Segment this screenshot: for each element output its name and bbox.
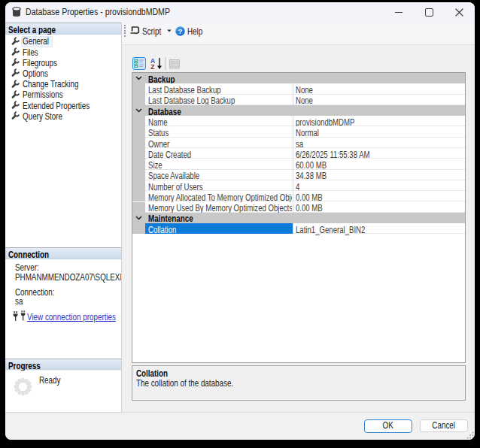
svg-text:Z: Z xyxy=(150,63,154,71)
svg-text:?: ? xyxy=(178,27,182,35)
